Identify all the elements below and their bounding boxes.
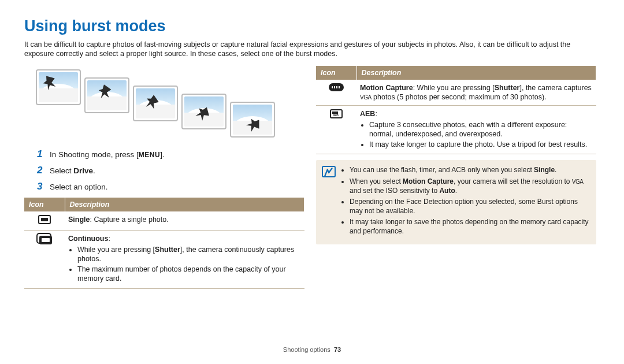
step-text: Select Drive. bbox=[50, 166, 95, 176]
list-item: Capture 3 consecutive photos, each with … bbox=[369, 120, 593, 139]
step-1: 1 In Shooting mode, press [MENU]. bbox=[37, 148, 304, 161]
list-item: It may take longer to capture the photo.… bbox=[369, 140, 593, 149]
row-motion-capture: Motion Capture: While you are pressing [… bbox=[316, 80, 596, 106]
col-icon: Icon bbox=[316, 66, 356, 80]
note-item: Depending on the Face Detection option y… bbox=[350, 198, 589, 216]
page-footer: Shooting options 73 bbox=[0, 346, 624, 354]
vga-label: VGA bbox=[572, 179, 584, 185]
motion-capture-icon bbox=[329, 83, 344, 91]
step-2: 2 Select Drive. bbox=[37, 164, 304, 177]
single-shot-icon bbox=[38, 215, 51, 224]
note-item: When you select Motion Capture, your cam… bbox=[350, 177, 589, 195]
note-item: It may take longer to save the photos de… bbox=[350, 218, 589, 236]
col-description: Description bbox=[356, 66, 596, 80]
page-title: Using burst modes bbox=[24, 16, 600, 36]
list-item: The maximum number of photos depends on … bbox=[77, 265, 301, 284]
continuous-icon bbox=[39, 236, 52, 244]
row-aeb: AEB: Capture 3 consecutive photos, each … bbox=[316, 106, 596, 154]
note-box: You can use the flash, timer, and ACB on… bbox=[316, 160, 596, 244]
menu-label: MENU bbox=[139, 151, 160, 159]
step-number: 3 bbox=[37, 180, 50, 193]
step-number: 2 bbox=[37, 164, 50, 177]
step-text: In Shooting mode, press [MENU]. bbox=[50, 150, 165, 160]
row-single: Single: Capture a single photo. bbox=[24, 211, 304, 231]
col-description: Description bbox=[65, 198, 304, 211]
note-item: You can use the flash, timer, and ACB on… bbox=[350, 166, 589, 175]
aeb-icon bbox=[330, 109, 343, 118]
left-column: 1 In Shooting mode, press [MENU]. 2 Sele… bbox=[24, 66, 304, 289]
right-column: Icon Description Motion Capture: While y… bbox=[316, 66, 596, 289]
options-table-left: Icon Description Single: Capture a singl… bbox=[24, 198, 304, 289]
step-text: Select an option. bbox=[50, 182, 108, 192]
col-icon: Icon bbox=[24, 198, 65, 211]
note-icon bbox=[322, 166, 336, 177]
step-number: 1 bbox=[37, 148, 50, 161]
list-item: While you are pressing [Shutter], the ca… bbox=[77, 245, 301, 264]
burst-illustration bbox=[36, 69, 304, 138]
options-table-right: Icon Description Motion Capture: While y… bbox=[316, 66, 596, 155]
vga-label: VGA bbox=[360, 94, 372, 101]
intro-text: It can be difficult to capture photos of… bbox=[24, 40, 600, 59]
step-3: 3 Select an option. bbox=[37, 180, 304, 193]
steps-list: 1 In Shooting mode, press [MENU]. 2 Sele… bbox=[37, 148, 304, 193]
row-continuous: Continuous: While you are pressing [Shut… bbox=[24, 231, 304, 288]
